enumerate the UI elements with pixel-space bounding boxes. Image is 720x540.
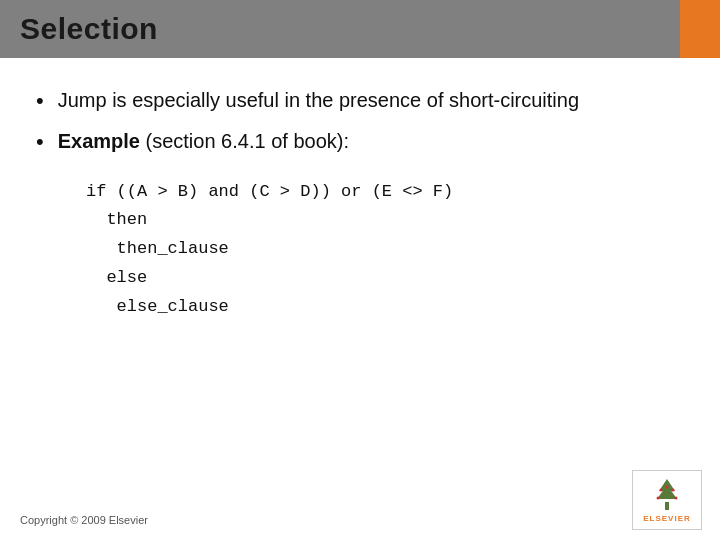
svg-point-6	[675, 497, 678, 500]
elsevier-label: ELSEVIER	[643, 514, 691, 523]
svg-point-3	[660, 489, 663, 492]
elsevier-logo-inner: ELSEVIER	[632, 470, 702, 530]
orange-accent	[680, 0, 720, 55]
example-bold: Example	[58, 130, 140, 152]
list-item: Example (section 6.4.1 of book):	[36, 127, 684, 158]
svg-point-7	[666, 486, 669, 489]
elsevier-logo: ELSEVIER	[632, 470, 702, 530]
elsevier-tree-icon	[647, 477, 687, 512]
code-block: if ((A > B) and (C > D)) or (E <> F) the…	[86, 178, 684, 322]
header-bar: Selection	[0, 0, 720, 58]
bullet-list: Jump is especially useful in the presenc…	[36, 86, 684, 158]
slide: Selection Jump is especially useful in t…	[0, 0, 720, 540]
example-rest: (section 6.4.1 of book):	[140, 130, 349, 152]
bullet-text-1: Jump is especially useful in the presenc…	[58, 86, 684, 114]
slide-content: Jump is especially useful in the presenc…	[0, 58, 720, 360]
svg-rect-0	[665, 502, 669, 510]
svg-point-4	[672, 489, 675, 492]
footer: Copyright © 2009 Elsevier	[20, 514, 148, 526]
list-item: Jump is especially useful in the presenc…	[36, 86, 684, 117]
bullet-text-2: Example (section 6.4.1 of book):	[58, 127, 684, 155]
slide-title: Selection	[20, 12, 158, 46]
svg-point-5	[657, 497, 660, 500]
copyright-text: Copyright © 2009 Elsevier	[20, 514, 148, 526]
